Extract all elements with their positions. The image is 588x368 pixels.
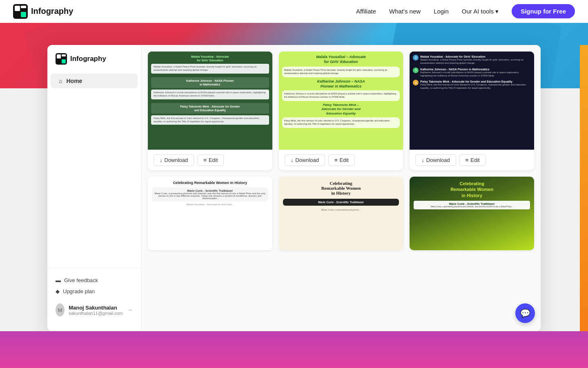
home-icon: ⌂ (59, 78, 62, 84)
svg-rect-2 (21, 6, 26, 8)
card-3-edit-button[interactable]: ≡ Edit (459, 154, 486, 166)
card-3-content: 2 Malala Yousafzai - Advocate for Girls'… (410, 52, 534, 150)
signup-button[interactable]: Signup for Free (512, 4, 575, 18)
sidebar-user: M Manoj Sakunthalan sakunthalan11@gmail.… (56, 303, 133, 316)
side-accent (580, 45, 588, 331)
card-1-edit-button[interactable]: ≡ Edit (197, 154, 224, 166)
edit-icon: ≡ (466, 157, 469, 163)
avatar-initial: M (58, 307, 62, 313)
svg-rect-5 (57, 54, 61, 58)
card-1-preview[interactable]: Malala Yousafzai - Advocatefor Girls' Ed… (148, 52, 272, 150)
edit-icon: ≡ (334, 157, 338, 163)
svg-rect-1 (15, 6, 20, 11)
user-name: Manoj Sakunthalan (69, 305, 123, 311)
user-email: sakunthalan11@gmail.com (69, 311, 123, 316)
upgrade-icon: ◆ (56, 288, 60, 294)
sidebar-logo: Infography (47, 53, 141, 73)
card-3: 2 Malala Yousafzai - Advocate for Girls'… (410, 52, 534, 170)
card-2-preview[interactable]: Malala Yousafzai – Advocatefor Girls' Ed… (279, 52, 403, 150)
sidebar-logo-icon (56, 53, 67, 65)
card-4-preview[interactable]: Celebrating Remarkable Women In History … (148, 177, 272, 250)
sidebar-logo-text: Infography (70, 55, 106, 63)
feedback-icon: ▬ (56, 277, 61, 283)
sidebar-home-label: Home (66, 78, 82, 84)
sidebar-item-home[interactable]: ⌂ Home (51, 74, 138, 88)
card-1-download-button[interactable]: ↓ Download (154, 154, 194, 166)
card-2-download-button[interactable]: ↓ Download (285, 154, 325, 166)
edit-icon: ≡ (203, 157, 207, 163)
nav-affiliate[interactable]: Affiliate (356, 8, 376, 15)
card-1: Malala Yousafzai - Advocatefor Girls' Ed… (148, 52, 272, 170)
card-4: Celebrating Remarkable Women In History … (148, 177, 272, 250)
svg-rect-7 (62, 59, 66, 63)
card-1-actions: ↓ Download ≡ Edit (148, 150, 272, 170)
sidebar-bottom: ▬ Give feedback ◆ Upgrade plan M Manoj S… (47, 268, 141, 323)
nav-ai-tools[interactable]: Our AI tools ▾ (462, 8, 499, 15)
card-2-actions: ↓ Download ≡ Edit (279, 150, 403, 170)
cards-grid: Malala Yousafzai - Advocatefor Girls' Ed… (148, 52, 534, 250)
card-6: CelebratingRemarkable Womenin History Ma… (410, 177, 534, 250)
download-icon: ↓ (421, 157, 424, 163)
bottom-gradient (0, 331, 588, 368)
chat-bubble[interactable]: 💬 (515, 303, 535, 323)
main-content: Malala Yousafzai - Advocatefor Girls' Ed… (141, 45, 541, 331)
svg-rect-3 (21, 12, 26, 17)
avatar: M (56, 303, 65, 316)
user-info: Manoj Sakunthalan sakunthalan11@gmail.co… (69, 305, 123, 316)
chat-icon: 💬 (520, 308, 530, 318)
logout-icon[interactable]: → (127, 307, 133, 313)
chevron-down-icon: ▾ (495, 8, 499, 15)
card-3-download-button[interactable]: ↓ Download (415, 154, 456, 166)
top-nav: Infography Affiliate What's new Login Ou… (0, 0, 588, 23)
card-6-preview[interactable]: CelebratingRemarkable Womenin History Ma… (410, 177, 534, 250)
card-3-actions: ↓ Download ≡ Edit (410, 150, 534, 170)
download-icon: ↓ (160, 157, 163, 163)
nav-logo[interactable]: Infography (13, 4, 73, 19)
card-1-content: Malala Yousafzai - Advocatefor Girls' Ed… (148, 52, 272, 150)
card-2-content: Malala Yousafzai – Advocatefor Girls' Ed… (279, 52, 403, 150)
card-3-preview[interactable]: 2 Malala Yousafzai - Advocate for Girls'… (410, 52, 534, 150)
nav-links: Affiliate What's new Login Our AI tools … (356, 4, 575, 18)
card-5: CelebratingRemarkable Womenin History Ma… (279, 177, 403, 250)
nav-whats-new[interactable]: What's new (389, 8, 421, 15)
sidebar-nav: ⌂ Home (47, 73, 141, 268)
download-icon: ↓ (291, 157, 294, 163)
app-window: Infography ⌂ Home ▬ Give feedback ◆ Upgr… (47, 45, 541, 331)
nav-login[interactable]: Login (434, 8, 449, 15)
logo-icon (13, 4, 28, 19)
card-5-preview[interactable]: CelebratingRemarkable Womenin History Ma… (279, 177, 403, 250)
sidebar-upgrade[interactable]: ◆ Upgrade plan (56, 286, 133, 297)
nav-logo-text: Infography (31, 7, 73, 16)
card-2: Malala Yousafzai – Advocatefor Girls' Ed… (279, 52, 403, 170)
card-2-edit-button[interactable]: ≡ Edit (328, 154, 355, 166)
sidebar: Infography ⌂ Home ▬ Give feedback ◆ Upgr… (47, 45, 141, 331)
svg-rect-6 (62, 54, 66, 56)
sidebar-feedback[interactable]: ▬ Give feedback (56, 275, 133, 286)
